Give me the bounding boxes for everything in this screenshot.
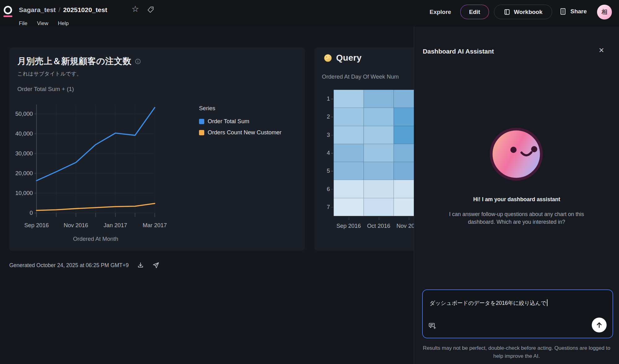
eye-left	[510, 147, 517, 153]
svg-text:0: 0	[30, 210, 33, 216]
heatmap-row-label: 5	[322, 167, 330, 174]
logo-underline	[3, 15, 12, 17]
line-card-title: 月別売上＆新規顧客の注文数	[17, 55, 132, 67]
heatmap-row-label: 3	[322, 132, 330, 138]
heatmap-col-label: Oct 2016	[367, 223, 390, 229]
workbook-button[interactable]: Workbook	[494, 5, 552, 19]
heatmap-row-label: 7	[322, 204, 330, 210]
svg-text:Ordered At Month: Ordered At Month	[73, 236, 118, 242]
axis-tick	[379, 217, 379, 220]
tag-icon[interactable]	[147, 6, 154, 14]
heatmap-cell[interactable]	[334, 144, 364, 162]
axis-tick	[331, 135, 333, 136]
heatmap-cell[interactable]	[364, 126, 394, 144]
heatmap-row-label: 6	[322, 186, 330, 193]
heatmap-col-label: Sep 2016	[336, 223, 361, 229]
assistant-disclaimer: Results may not be perfect, double-check…	[421, 344, 613, 360]
heatmap-row-label: 1	[322, 95, 330, 102]
assistant-greeting-body: I can answer follow-up questions about a…	[439, 210, 594, 226]
send-plane-icon[interactable]	[152, 262, 160, 269]
app-logo[interactable]	[3, 6, 18, 18]
legend-label: Order Total Sum	[208, 118, 249, 125]
breadcrumb: Sagara_test/20251020_test	[19, 6, 107, 14]
legend-item[interactable]: Order Total Sum	[199, 118, 282, 125]
assistant-title: Dashboard AI Assistant	[423, 48, 494, 55]
heatmap-cell[interactable]	[364, 108, 394, 126]
assistant-input[interactable]: ダッシュボードのデータを2016年に絞り込んで	[422, 289, 613, 338]
breadcrumb-page[interactable]: 20251020_test	[63, 6, 107, 13]
book-icon	[504, 9, 510, 15]
heatmap-chart[interactable]	[334, 90, 424, 216]
menu-help[interactable]: Help	[58, 20, 69, 27]
assistant-avatar	[485, 123, 547, 185]
line-chart-card: 月別売上＆新規顧客の注文数 これはサブタイトルです。 Order Total S…	[9, 47, 305, 251]
close-icon[interactable]: ✕	[599, 46, 604, 54]
app-window: Sagara_test/20251020_test ☆ File View He…	[0, 0, 619, 364]
eye-right	[531, 146, 537, 152]
heatmap-row-label: 2	[322, 113, 330, 120]
heatmap-cell[interactable]	[364, 198, 394, 216]
query-card-title: Query	[336, 53, 361, 63]
heatmap-cell[interactable]	[334, 108, 364, 126]
edit-button[interactable]: Edit	[460, 5, 489, 19]
heatmap-cell[interactable]	[364, 180, 394, 198]
svg-text:40,000: 40,000	[15, 130, 33, 137]
heatmap-row-label: 4	[322, 150, 330, 156]
legend-swatch-blue	[199, 119, 204, 124]
share-button[interactable]: Share	[559, 7, 587, 15]
axis-tick	[331, 99, 333, 99]
axis-tick	[331, 189, 333, 190]
axis-tick	[331, 207, 333, 208]
text-caret	[547, 299, 548, 306]
favorite-star-icon[interactable]: ☆	[132, 4, 139, 14]
download-icon[interactable]	[137, 262, 144, 269]
heatmap-cell[interactable]	[364, 90, 394, 108]
axis-tick	[331, 117, 333, 117]
svg-text:20,000: 20,000	[15, 170, 33, 176]
info-icon[interactable]	[135, 58, 141, 64]
svg-text:Jan 2017: Jan 2017	[104, 222, 127, 228]
user-avatar[interactable]: 相	[597, 5, 612, 20]
breadcrumb-workspace[interactable]: Sagara_test	[19, 6, 56, 13]
y-field-label: Order Total Sum + (1)	[17, 86, 74, 93]
line-card-subtitle: これはサブタイトルです。	[17, 70, 82, 77]
heatmap-field-label: Ordered At Day Of Week Num	[322, 73, 399, 80]
send-button[interactable]	[592, 318, 607, 332]
heatmap-cell[interactable]	[334, 126, 364, 144]
svg-text:Nov 2016: Nov 2016	[64, 222, 88, 228]
menu-file[interactable]: File	[19, 20, 27, 27]
menu-view[interactable]: View	[37, 20, 48, 27]
new-chat-icon[interactable]	[428, 322, 436, 331]
generated-timestamp: Generated October 24, 2025 at 06:25 PM G…	[9, 262, 129, 269]
legend-label: Orders Count New Customer	[208, 129, 282, 136]
svg-text:30,000: 30,000	[15, 150, 33, 157]
heatmap-cell[interactable]	[334, 162, 364, 180]
assistant-input-value: ダッシュボードのデータを2016年に絞り込んで	[430, 299, 548, 307]
svg-text:Sep 2016: Sep 2016	[24, 222, 49, 228]
heatmap-cell[interactable]	[364, 162, 394, 180]
heatmap-cell[interactable]	[364, 144, 394, 162]
axis-tick	[349, 217, 349, 220]
line-chart[interactable]: 010,00020,00030,00040,00050,000Sep 2016N…	[9, 97, 207, 245]
breadcrumb-separator: /	[56, 6, 63, 13]
svg-text:10,000: 10,000	[15, 190, 33, 196]
chart-legend: Series Order Total Sum Orders Count New …	[199, 105, 282, 140]
axis-tick	[331, 171, 333, 171]
ai-assistant-panel: Dashboard AI Assistant ✕ Hi! I am your d…	[414, 27, 619, 364]
organization-icon	[559, 7, 567, 15]
explore-button[interactable]: Explore	[430, 9, 451, 15]
svg-text:50,000: 50,000	[15, 110, 33, 117]
heatmap-cell[interactable]	[334, 198, 364, 216]
up-arrow-icon	[595, 321, 603, 329]
generated-footer: Generated October 24, 2025 at 06:25 PM G…	[9, 262, 160, 269]
legend-item[interactable]: Orders Count New Customer	[199, 129, 282, 136]
axis-tick	[409, 217, 409, 220]
logo-ring-icon	[4, 6, 12, 14]
heatmap-cell[interactable]	[334, 180, 364, 198]
moon-emoji-icon	[324, 54, 332, 62]
heatmap-cell[interactable]	[334, 90, 364, 108]
axis-tick	[331, 153, 333, 154]
workbook-label: Workbook	[514, 9, 543, 15]
app-header: Sagara_test/20251020_test ☆ File View He…	[0, 0, 619, 27]
share-label: Share	[570, 8, 587, 15]
